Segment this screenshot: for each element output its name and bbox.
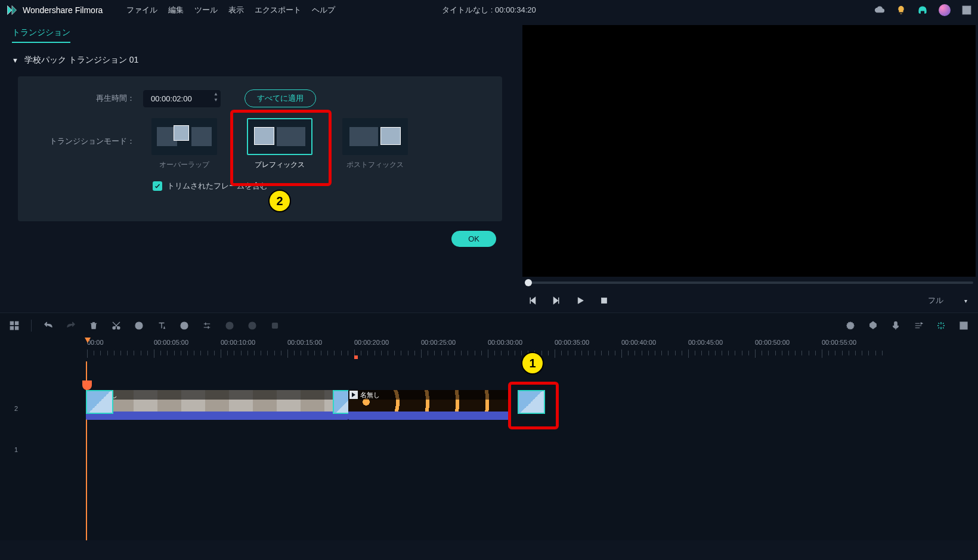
ruler-label: 00:00:10:00 — [221, 339, 255, 346]
clip-2[interactable]: 名無し — [348, 390, 510, 420]
clip2-label: 名無し — [360, 391, 380, 400]
mode-prefix[interactable]: プレフィックス 2 — [247, 118, 312, 170]
lightbulb-icon[interactable] — [896, 5, 906, 16]
audio-track-body[interactable] — [83, 426, 978, 473]
user-avatar[interactable] — [939, 4, 951, 16]
video-track-body[interactable]: 名無し 名無し 1 — [83, 385, 978, 432]
svg-rect-1 — [602, 298, 607, 304]
mode-overlap-label: オーバーラップ — [159, 160, 209, 170]
menu-file[interactable]: ファイル — [126, 5, 157, 16]
caret-down-icon: ▼ — [12, 57, 18, 64]
duration-input[interactable]: 00:00:02:00 ▲ ▼ — [143, 90, 221, 107]
transition-1[interactable] — [86, 390, 113, 414]
ruler-label: 00:00:15:00 — [287, 339, 322, 346]
svg-rect-3 — [16, 321, 18, 324]
transition-3-selected[interactable] — [518, 390, 545, 414]
timeline-toolbar — [0, 313, 978, 338]
marker-icon[interactable] — [867, 320, 879, 332]
duration-value[interactable]: 00:00:02:00 — [143, 90, 221, 107]
menu-items: ファイル 編集 ツール 表示 エクスポート ヘルプ — [126, 5, 335, 16]
color-icon — [224, 320, 236, 332]
preview-panel: フル ▾ — [520, 20, 978, 313]
ruler-label: 00:00:40:00 — [621, 339, 656, 346]
mode-overlap-thumb — [151, 118, 217, 155]
svg-point-15 — [850, 324, 852, 326]
expand-icon[interactable] — [958, 320, 970, 332]
audio-track-head: 1 — [0, 445, 83, 454]
mic-icon[interactable] — [890, 320, 902, 332]
menu-edit[interactable]: 編集 — [168, 5, 184, 16]
include-trimmed-checkbox[interactable]: トリムされたフレームを含む — [153, 181, 484, 191]
audio-track-row: 1 — [0, 432, 978, 468]
clip-play-icon — [349, 391, 358, 399]
svg-rect-4 — [10, 326, 13, 329]
render-icon[interactable] — [844, 320, 856, 332]
clip-1[interactable]: 名無し — [86, 390, 348, 420]
text-icon[interactable] — [156, 320, 168, 332]
ruler-label: 00:00:45:00 — [688, 339, 723, 346]
preview-viewport[interactable] — [522, 25, 976, 277]
video-track-row: 2 名無し 名無し 1 — [0, 385, 978, 432]
fullscreen-label[interactable]: フル — [928, 295, 943, 306]
cut-icon[interactable] — [110, 320, 122, 332]
stop-button[interactable] — [599, 295, 609, 306]
properties-card: 再生時間： 00:00:02:00 ▲ ▼ すべてに適用 トランジションモード： — [18, 76, 502, 221]
slider-knob[interactable] — [525, 279, 532, 286]
mode-prefix-thumb — [247, 118, 312, 155]
app-logo-icon — [6, 4, 18, 16]
keyframe-icon — [269, 320, 281, 332]
ruler-label: 00:00:05:00 — [154, 339, 188, 346]
layout-grid-icon[interactable] — [8, 320, 20, 332]
section-title: 学校パック トランジション 01 — [24, 55, 138, 66]
audio-track-num: 1 — [14, 446, 18, 453]
project-title: タイトルなし : 00:00:34:20 — [442, 5, 536, 16]
undo-icon[interactable] — [42, 320, 54, 332]
layout-icon[interactable] — [961, 5, 972, 16]
mode-label: トランジションモード： — [36, 118, 143, 147]
menu-export[interactable]: エクスポート — [255, 5, 301, 16]
menu-view[interactable]: 表示 — [228, 5, 244, 16]
tab-transition[interactable]: トランジション — [12, 27, 70, 43]
next-frame-button[interactable] — [551, 295, 562, 306]
menu-tools[interactable]: ツール — [194, 5, 218, 16]
audio-mix-icon[interactable] — [912, 320, 924, 332]
timeline-tracks: 2 名無し 名無し 1 1 — [0, 361, 978, 540]
adjust-icon[interactable] — [201, 320, 213, 332]
play-button[interactable] — [575, 295, 586, 306]
mode-postfix-thumb — [342, 118, 408, 155]
annotation-callout-2: 2 — [268, 190, 291, 212]
playhead-flag[interactable] — [85, 338, 91, 347]
mode-postfix-label: ポストフィックス — [346, 160, 404, 170]
headset-icon[interactable] — [917, 5, 928, 16]
crop-icon[interactable] — [133, 320, 145, 332]
cloud-icon[interactable] — [874, 5, 885, 16]
duration-label: 再生時間： — [36, 93, 143, 104]
svg-rect-5 — [16, 326, 18, 329]
apply-all-button[interactable]: すべてに適用 — [244, 89, 316, 107]
ruler-row: 00:0000:00:05:0000:00:10:0000:00:15:0000… — [0, 338, 978, 361]
ruler-label: 00:00:20:00 — [354, 339, 389, 346]
ruler-label: 00:00:50:00 — [755, 339, 790, 346]
menubar: Wondershare Filmora ファイル 編集 ツール 表示 エクスポー… — [0, 0, 978, 20]
spin-up-icon[interactable]: ▲ — [213, 91, 218, 97]
ruler-label: 00:00:25:00 — [421, 339, 456, 346]
checkbox-checked-icon — [153, 181, 162, 191]
chevron-down-icon[interactable]: ▾ — [960, 295, 971, 306]
video-track-num: 2 — [14, 405, 18, 412]
spin-down-icon[interactable]: ▼ — [213, 97, 218, 103]
mode-overlap[interactable]: オーバーラップ — [151, 118, 217, 170]
playback-slider[interactable] — [520, 277, 978, 289]
include-trimmed-label: トリムされたフレームを含む — [167, 181, 268, 191]
svg-rect-2 — [10, 321, 13, 324]
mode-postfix[interactable]: ポストフィックス — [342, 118, 408, 170]
menu-help[interactable]: ヘルプ — [312, 5, 335, 16]
section-header[interactable]: ▼ 学校パック トランジション 01 — [0, 43, 520, 72]
mode-prefix-label: プレフィックス — [255, 160, 305, 170]
properties-panel: トランジション ▼ 学校パック トランジション 01 再生時間： 00:00:0… — [0, 20, 520, 313]
svg-point-12 — [251, 324, 254, 327]
ok-button[interactable]: OK — [451, 231, 496, 247]
auto-icon[interactable] — [935, 320, 947, 332]
prev-frame-button[interactable] — [527, 295, 538, 306]
delete-icon[interactable] — [88, 320, 100, 332]
speed-icon[interactable] — [178, 320, 190, 332]
